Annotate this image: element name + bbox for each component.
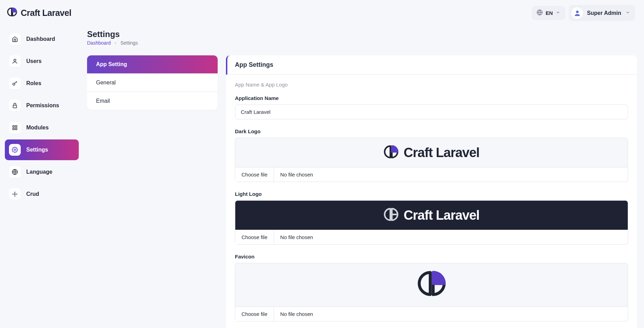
svg-rect-6 bbox=[13, 126, 15, 127]
language-selector[interactable]: EN bbox=[532, 6, 565, 20]
favicon-label: Favicon bbox=[235, 254, 628, 259]
sidebar-item-language[interactable]: Language bbox=[5, 162, 79, 182]
sidebar-item-crud[interactable]: Crud bbox=[5, 184, 79, 204]
app-name-label: Application Name bbox=[235, 95, 628, 101]
app-name-input[interactable] bbox=[235, 104, 628, 119]
user-icon bbox=[9, 55, 21, 67]
sidebar-item-label: Language bbox=[26, 169, 53, 175]
brand-name: Craft Laravel bbox=[21, 8, 71, 18]
subnav-label: Email bbox=[96, 98, 110, 104]
brand-logo-icon bbox=[7, 7, 17, 19]
sidebar-item-settings[interactable]: Settings bbox=[5, 139, 79, 160]
home-icon bbox=[9, 33, 21, 45]
svg-point-10 bbox=[14, 149, 16, 151]
svg-rect-5 bbox=[13, 105, 17, 108]
favicon-preview bbox=[235, 263, 628, 307]
breadcrumb: Dashboard › Settings bbox=[87, 40, 637, 46]
light-logo-label: Light Logo bbox=[235, 191, 628, 197]
subnav-label: App Setting bbox=[96, 61, 127, 67]
light-logo-choose-button[interactable]: Choose file bbox=[235, 230, 274, 244]
dark-logo-file-status: No file chosen bbox=[274, 167, 319, 182]
user-name: Super Admin bbox=[587, 10, 621, 16]
sidebar-item-label: Settings bbox=[26, 147, 48, 153]
crud-icon bbox=[9, 188, 21, 200]
dark-logo-choose-button[interactable]: Choose file bbox=[235, 167, 274, 182]
svg-point-4 bbox=[13, 83, 15, 85]
avatar bbox=[571, 7, 583, 19]
globe-icon bbox=[9, 166, 21, 178]
settings-card: App Settings App Name & App Logo Applica… bbox=[226, 55, 637, 328]
svg-point-14 bbox=[17, 194, 17, 194]
settings-subnav: App Setting General Email bbox=[87, 55, 218, 110]
sidebar-item-roles[interactable]: Roles bbox=[5, 73, 79, 94]
svg-point-12 bbox=[15, 194, 16, 195]
subnav-label: General bbox=[96, 80, 116, 85]
svg-point-2 bbox=[576, 10, 578, 13]
svg-point-13 bbox=[13, 194, 13, 194]
sidebar-item-label: Users bbox=[26, 58, 41, 64]
light-logo-text: Craft Laravel bbox=[404, 208, 479, 223]
breadcrumb-current: Settings bbox=[121, 40, 138, 46]
modules-icon bbox=[9, 122, 21, 134]
svg-rect-8 bbox=[13, 128, 15, 130]
sidebar-item-label: Crud bbox=[26, 191, 39, 197]
chevron-right-icon: › bbox=[115, 40, 116, 45]
language-label: EN bbox=[546, 10, 553, 16]
sidebar-item-label: Modules bbox=[26, 125, 49, 131]
globe-icon bbox=[537, 9, 543, 17]
svg-point-3 bbox=[14, 59, 16, 61]
page-title: Settings bbox=[87, 29, 637, 39]
key-icon bbox=[9, 78, 21, 89]
chevron-down-icon bbox=[625, 10, 630, 16]
dark-logo-text: Craft Laravel bbox=[404, 145, 479, 160]
chevron-down-icon bbox=[556, 10, 560, 16]
light-logo-preview: Craft Laravel bbox=[235, 200, 628, 230]
sidebar-item-dashboard[interactable]: Dashboard bbox=[5, 29, 79, 49]
favicon-file-status: No file chosen bbox=[274, 307, 319, 321]
sidebar: Dashboard Users Roles Permissions Module… bbox=[0, 25, 84, 328]
svg-rect-7 bbox=[16, 126, 17, 127]
breadcrumb-root[interactable]: Dashboard bbox=[87, 40, 111, 46]
lock-icon bbox=[9, 100, 21, 111]
brand[interactable]: Craft Laravel bbox=[7, 7, 71, 19]
card-title: App Settings bbox=[235, 61, 629, 69]
gear-icon bbox=[9, 144, 21, 156]
favicon-choose-button[interactable]: Choose file bbox=[235, 307, 274, 321]
user-menu[interactable]: Super Admin bbox=[569, 5, 635, 21]
subnav-item-email[interactable]: Email bbox=[87, 92, 218, 110]
sidebar-item-users[interactable]: Users bbox=[5, 51, 79, 72]
sidebar-item-label: Dashboard bbox=[26, 36, 55, 42]
dark-logo-label: Dark Logo bbox=[235, 128, 628, 134]
sidebar-item-permissions[interactable]: Permissions bbox=[5, 95, 79, 116]
sidebar-item-label: Roles bbox=[26, 80, 41, 86]
svg-point-16 bbox=[15, 196, 15, 197]
section-label: App Name & App Logo bbox=[235, 82, 628, 88]
sidebar-item-label: Permissions bbox=[26, 102, 59, 109]
svg-point-15 bbox=[15, 192, 15, 193]
svg-rect-9 bbox=[16, 128, 17, 130]
light-logo-file-status: No file chosen bbox=[274, 230, 319, 244]
sidebar-item-modules[interactable]: Modules bbox=[5, 117, 79, 138]
dark-logo-preview: Craft Laravel bbox=[235, 138, 628, 167]
subnav-item-app-setting[interactable]: App Setting bbox=[87, 55, 218, 74]
subnav-item-general[interactable]: General bbox=[87, 74, 218, 92]
